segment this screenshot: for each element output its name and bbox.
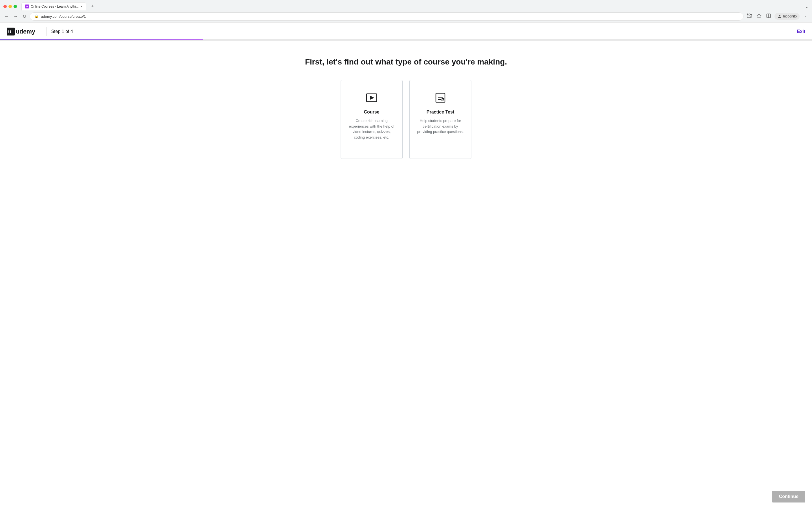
tab-favicon: U [25, 4, 29, 8]
header-divider [46, 27, 47, 36]
course-card-description: Create rich learning experiences with th… [348, 118, 396, 140]
udemy-logo: U udemy [7, 27, 35, 36]
practice-test-icon [434, 92, 447, 104]
tab-close-icon[interactable]: × [80, 4, 83, 9]
browser-menu-icon[interactable]: ⋮ [802, 13, 809, 20]
nav-back-button[interactable]: ← [3, 13, 10, 20]
window-controls [3, 5, 17, 8]
exit-button[interactable]: Exit [797, 27, 805, 36]
lock-icon: 🔒 [35, 14, 39, 18]
url-text: udemy.com/course/create/1 [41, 14, 86, 18]
window-control-maximize[interactable] [13, 5, 17, 8]
cards-container: Course Create rich learning experiences … [341, 80, 471, 159]
course-icon [365, 92, 378, 104]
progress-bar-container [0, 40, 812, 40]
browser-actions: Incognito ⋮ [746, 12, 809, 20]
tab-title: Online Courses - Learn Anythi... [31, 4, 79, 8]
progress-bar-fill [0, 40, 203, 40]
nav-forward-button[interactable]: → [12, 13, 19, 20]
svg-marker-1 [757, 14, 761, 18]
nav-refresh-button[interactable]: ↻ [21, 13, 28, 20]
incognito-label: Incognito [783, 14, 797, 18]
step-indicator: Step 1 of 4 [51, 29, 73, 34]
browser-tab-bar: U Online Courses - Learn Anythi... × + ⌄ [0, 0, 812, 10]
browser-address-bar: ← → ↻ 🔒 udemy.com/course/create/1 [0, 10, 812, 22]
browser-chrome: U Online Courses - Learn Anythi... × + ⌄… [0, 0, 812, 22]
new-tab-button[interactable]: + [89, 2, 96, 10]
svg-marker-8 [370, 96, 373, 100]
main-content: First, let's find out what type of cours… [0, 41, 812, 486]
window-control-close[interactable] [3, 5, 7, 8]
window-control-minimize[interactable] [8, 5, 12, 8]
svg-text:U: U [8, 30, 11, 34]
camera-off-icon[interactable] [746, 12, 753, 20]
address-field[interactable]: 🔒 udemy.com/course/create/1 [30, 12, 744, 20]
course-card[interactable]: Course Create rich learning experiences … [341, 80, 403, 159]
svg-point-4 [779, 15, 780, 16]
udemy-logo-text: udemy [16, 28, 35, 35]
svg-line-0 [747, 13, 752, 18]
app-header: U udemy Step 1 of 4 Exit [0, 22, 812, 41]
tab-overflow-icon[interactable]: ⌄ [805, 4, 809, 9]
browser-tab-active[interactable]: U Online Courses - Learn Anythi... × [21, 2, 86, 10]
app-footer: Continue [0, 486, 812, 507]
practice-test-card-title: Practice Test [426, 110, 454, 115]
incognito-badge: Incognito [774, 13, 800, 20]
bookmark-icon[interactable] [755, 12, 763, 20]
continue-button[interactable]: Continue [772, 491, 805, 503]
course-card-title: Course [364, 110, 379, 115]
page-title: First, let's find out what type of cours… [305, 57, 507, 66]
split-view-icon[interactable] [765, 12, 772, 20]
practice-test-card-description: Help students prepare for certification … [416, 118, 464, 135]
practice-test-card[interactable]: Practice Test Help students prepare for … [409, 80, 471, 159]
udemy-logo-icon: U [7, 27, 15, 36]
